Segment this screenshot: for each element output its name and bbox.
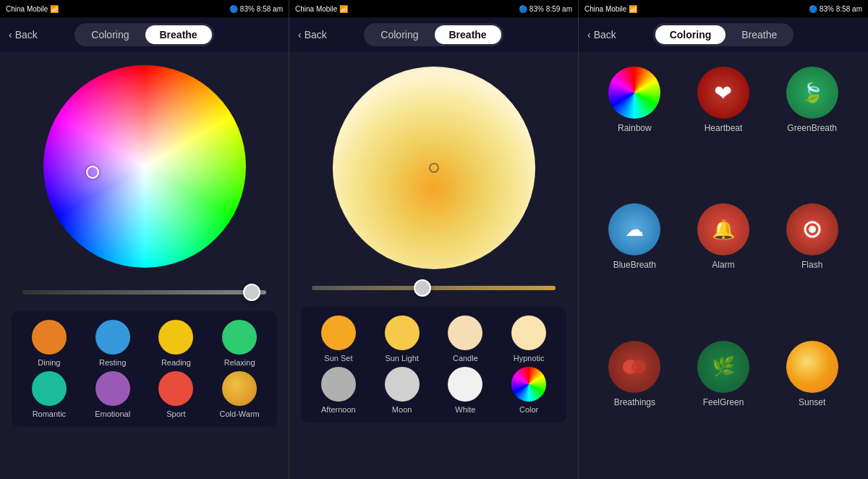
color-item-sunlight[interactable]: Sun Light (370, 315, 434, 363)
panel-coloring-breathe: China Mobile 📶 🔵 83% 8:58 am ‹ Back Colo… (0, 0, 289, 479)
color-item-reading[interactable]: Reading (145, 320, 208, 367)
warm-cursor (429, 163, 439, 173)
breathe-item-bluebreath[interactable]: ☁ BlueBreath (590, 203, 679, 334)
time-3: 8:58 am (836, 5, 862, 13)
panel-warm-light: China Mobile 📶 🔵 83% 8:59 am ‹ Back Colo… (289, 0, 579, 479)
brightness-slider-1[interactable] (22, 284, 267, 301)
color-circle-white (448, 367, 482, 402)
signal-icon-1: 📶 (50, 5, 59, 13)
breathe-item-alarm[interactable]: 🔔 Alarm (679, 203, 768, 334)
tab-breathe-1[interactable]: Breathe (145, 25, 212, 44)
color-grid-1: Dining Resting Reading Relaxing Romantic… (12, 311, 277, 427)
color-label-relaxing: Relaxing (224, 358, 255, 367)
color-circle-candle (448, 315, 482, 350)
tab-breathe-3[interactable]: Breathe (727, 25, 791, 44)
tab-breathe-2[interactable]: Breathe (435, 25, 501, 44)
breathe-circle-bluebreath: ☁ (608, 203, 660, 255)
tab-coloring-2[interactable]: Coloring (366, 25, 433, 44)
breathe-item-breathings[interactable]: Breathings (590, 341, 679, 472)
breathe-label-sunset2: Sunset (799, 397, 825, 407)
color-circle-sunlight (385, 315, 420, 350)
color-label-reading: Reading (161, 358, 191, 367)
color-label-color: Color (519, 405, 538, 414)
breathe-item-heartbeat[interactable]: ❤ Heartbeat (679, 67, 768, 198)
status-left-2: China Mobile 📶 (295, 5, 348, 13)
color-label-resting: Resting (99, 358, 126, 367)
color-label-romantic: Romantic (33, 410, 66, 418)
panel-breathe-effects: China Mobile 📶 🔵 83% 8:58 am ‹ Back Colo… (579, 0, 868, 479)
brightness-track-1 (22, 290, 267, 294)
signal-icon-2: 📶 (339, 5, 348, 13)
color-item-emotional[interactable]: Emotional (81, 371, 145, 418)
color-item-coldwarm[interactable]: Cold-Warm (208, 371, 271, 418)
status-bar-3: China Mobile 📶 🔵 83% 8:58 am (579, 0, 868, 17)
color-wheel-wrap[interactable] (43, 65, 246, 268)
color-circle-resting (95, 320, 130, 355)
color-label-coldwarm: Cold-Warm (220, 410, 260, 418)
color-circle-color (511, 367, 546, 402)
status-bar-2: China Mobile 📶 🔵 83% 8:59 am (289, 0, 578, 17)
breathe-label-breathings: Breathings (614, 397, 655, 407)
color-item-dining[interactable]: Dining (17, 320, 81, 367)
breathe-circle-sunset2 (786, 341, 838, 393)
brightness-slider-2[interactable] (312, 279, 556, 297)
color-label-white: White (455, 405, 475, 414)
breathe-item-rainbow[interactable]: Rainbow (590, 67, 679, 198)
color-circle-afternoon (321, 367, 356, 402)
color-item-relaxing[interactable]: Relaxing (208, 320, 271, 367)
tab-coloring-3[interactable]: Coloring (655, 25, 726, 44)
tab-coloring-1[interactable]: Coloring (77, 25, 143, 44)
bluetooth-icon-1: 🔵 (229, 5, 238, 13)
color-cursor (86, 166, 99, 179)
color-item-white[interactable]: White (434, 367, 498, 414)
back-button-1[interactable]: ‹ Back (9, 29, 38, 41)
svg-point-1 (809, 226, 816, 233)
color-label-moon: Moon (392, 405, 412, 414)
color-item-moon[interactable]: Moon (370, 367, 434, 414)
warm-light-circle[interactable] (333, 67, 535, 269)
panel-content-3: Rainbow ❤ Heartbeat 🍃 GreenBreath ☁ Blue… (579, 52, 868, 479)
carrier-3: China Mobile (584, 5, 626, 13)
breathe-label-bluebreath: BlueBreath (613, 260, 656, 270)
color-item-hypnotic[interactable]: Hypnotic (497, 315, 561, 363)
breathe-item-sunset2[interactable]: Sunset (767, 341, 856, 472)
bluetooth-icon-3: 🔵 (809, 5, 817, 13)
breathe-circle-feelgreen: 🌿 (697, 341, 749, 393)
back-chevron-icon-2: ‹ (298, 29, 302, 41)
color-item-color[interactable]: Color (497, 367, 561, 414)
color-item-sport[interactable]: Sport (145, 371, 208, 418)
color-item-afternoon[interactable]: Afternoon (307, 367, 370, 414)
color-item-resting[interactable]: Resting (81, 320, 145, 367)
back-chevron-icon-3: ‹ (587, 29, 591, 41)
color-circle-hypnotic (511, 315, 546, 350)
color-item-candle[interactable]: Candle (434, 315, 498, 363)
color-circle-romantic (32, 371, 67, 406)
breathe-circle-rainbow (608, 67, 660, 119)
breathe-circle-flash (786, 203, 838, 255)
color-wheel[interactable] (43, 65, 246, 268)
breathe-item-flash[interactable]: Flash (767, 203, 856, 334)
back-button-3[interactable]: ‹ Back (587, 29, 616, 41)
color-circle-reading (158, 320, 193, 355)
brightness-thumb-2 (414, 279, 431, 297)
time-1: 8:58 am (257, 5, 283, 13)
back-chevron-icon-1: ‹ (9, 29, 12, 41)
panel-content-1: Dining Resting Reading Relaxing Romantic… (0, 52, 289, 479)
color-label-candle: Candle (453, 354, 478, 363)
color-item-sunset[interactable]: Sun Set (307, 315, 370, 363)
back-button-2[interactable]: ‹ Back (298, 29, 327, 41)
color-circle-coldwarm (222, 371, 257, 406)
back-label-1: Back (15, 29, 38, 41)
color-label-emotional: Emotional (95, 410, 130, 418)
breathe-item-feelgreen[interactable]: 🌿 FeelGreen (679, 341, 768, 472)
breathe-label-heartbeat: Heartbeat (705, 123, 743, 133)
top-nav-2: ‹ Back Coloring Breathe (289, 17, 578, 52)
breathe-label-greenbreath: GreenBreath (787, 123, 837, 133)
signal-icon-3: 📶 (629, 5, 637, 13)
carrier-1: China Mobile (6, 5, 48, 13)
back-label-2: Back (305, 29, 327, 41)
color-item-romantic[interactable]: Romantic (17, 371, 81, 418)
breathe-item-greenbreath[interactable]: 🍃 GreenBreath (767, 67, 856, 198)
battery-1: 83% (240, 5, 255, 13)
top-nav-1: ‹ Back Coloring Breathe (0, 17, 289, 52)
